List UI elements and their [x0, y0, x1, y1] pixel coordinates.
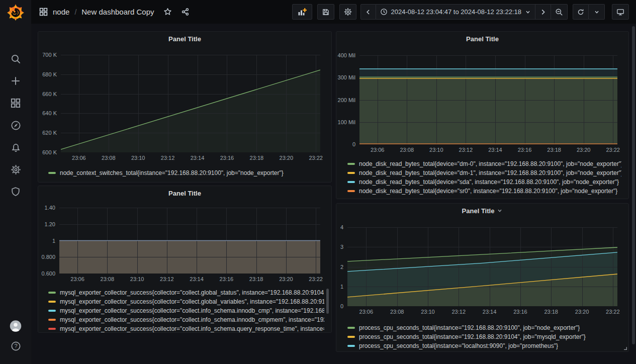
x-tick-label: 23:20 [573, 147, 595, 153]
refresh-icon [577, 8, 584, 16]
alerting-button[interactable] [10, 141, 22, 153]
chevron-right-icon [539, 9, 547, 16]
legend-series-name: process_cpu_seconds_total{instance="192.… [359, 333, 586, 340]
y-tick-label: 0 [336, 141, 355, 148]
dashboard-canvas: Panel Title 600 K620 K640 K660 K680 K700… [31, 24, 636, 364]
explore-button[interactable] [10, 119, 22, 131]
user-avatar-icon [10, 319, 22, 333]
legend-series-color [48, 319, 56, 321]
legend-series-color [347, 327, 355, 329]
search-button[interactable] [10, 53, 22, 65]
x-tick-label: 23:18 [543, 147, 565, 153]
time-series-plot[interactable] [359, 55, 617, 144]
y-tick-label: 0 [336, 303, 343, 310]
dashboard-settings-button[interactable] [339, 4, 356, 20]
legend-item[interactable]: mysql_exporter_collector_success{collect… [48, 324, 324, 332]
chart-legend: node_disk_read_bytes_total{device="dm-0"… [347, 159, 621, 197]
search-icon [11, 54, 21, 64]
x-tick-label: 23:20 [275, 276, 297, 282]
time-series-plot[interactable] [59, 208, 320, 274]
refresh-interval-dropdown[interactable] [589, 4, 605, 20]
legend-item[interactable]: node_disk_read_bytes_total{device="dm-0"… [347, 159, 621, 168]
y-tick-label: 200 Mil [336, 97, 355, 104]
breadcrumb-folder[interactable]: node [53, 8, 69, 16]
breadcrumb-separator: / [74, 8, 76, 16]
refresh-button[interactable] [573, 4, 589, 20]
panel-title[interactable]: Panel Title [38, 186, 331, 200]
legend-series-color [347, 181, 355, 183]
panel-title[interactable]: Panel Title [38, 32, 331, 46]
y-tick-label: 1.20 [38, 221, 55, 228]
share-icon[interactable] [181, 8, 190, 16]
y-tick-label: 700 K [38, 51, 57, 58]
caret-down-icon [594, 9, 600, 15]
time-range-picker[interactable]: 2024-08-12 23:04:47 to 2024-08-12 23:22:… [376, 4, 536, 20]
save-dashboard-button[interactable] [317, 4, 334, 20]
dashboard-title[interactable]: New dashboard Copy [81, 8, 154, 16]
panel-title-text: Panel Title [168, 190, 201, 197]
legend-series-name: mysql_exporter_collector_success{collect… [60, 325, 324, 332]
legend-item[interactable]: process_cpu_seconds_total{instance="192.… [347, 332, 621, 341]
legend-item[interactable]: node_disk_read_bytes_total{device="dm-1"… [347, 168, 621, 177]
legend-item[interactable]: mysql_exporter_collector_success{collect… [48, 288, 324, 297]
configuration-button[interactable] [10, 163, 22, 175]
add-panel-button[interactable] [292, 4, 312, 20]
legend-series-name: node_disk_read_bytes_total{device="dm-1"… [359, 169, 621, 176]
legend-series-color [48, 328, 56, 330]
x-tick-label: 23:12 [455, 147, 477, 153]
legend-item[interactable]: process_cpu_seconds_total{instance="192.… [347, 323, 621, 332]
panel-title[interactable]: Panel Title [336, 204, 628, 218]
plot-svg [359, 55, 617, 144]
x-tick-label: 23:08 [96, 276, 118, 282]
legend-series-color [347, 345, 355, 347]
star-icon[interactable] [163, 8, 172, 16]
chart-legend: node_context_switches_total{instance="19… [48, 168, 324, 178]
panel-title[interactable]: Panel Title [336, 32, 628, 46]
legend-item[interactable]: node_disk_read_bytes_total{device="sda",… [347, 177, 621, 187]
y-tick-label: 1.40 [38, 204, 55, 211]
grafana-logo[interactable] [0, 0, 31, 24]
cycle-view-mode-button[interactable] [612, 4, 629, 20]
x-tick-label: 23:16 [509, 309, 531, 315]
x-tick-label: 23:08 [98, 155, 120, 161]
floppy-save-icon [322, 8, 330, 16]
graph-panel-disk-read-bytes: Panel Title 0100 Mil200 Mil300 Mil400 Mi… [336, 31, 629, 199]
x-tick-label: 23:14 [187, 155, 209, 161]
y-tick-label: 0.800 [38, 253, 55, 260]
x-tick-label: 23:10 [417, 309, 439, 315]
x-tick-label: 23:10 [127, 155, 149, 161]
legend-series-color [347, 163, 355, 165]
create-button[interactable] [10, 75, 22, 87]
user-avatar-button[interactable] [10, 320, 22, 332]
x-tick-label: 23:22 [305, 276, 327, 282]
legend-item[interactable]: process_cpu_seconds_total{instance="loca… [347, 341, 621, 350]
apps-grid-icon[interactable] [39, 8, 48, 16]
legend-scrollbar[interactable] [326, 289, 329, 314]
page-scrollbar[interactable] [632, 26, 635, 344]
legend-series-color [347, 190, 355, 192]
graph-bars-plus-icon [298, 8, 307, 16]
x-tick-label: 23:06 [367, 147, 389, 153]
shield-icon [11, 187, 21, 197]
time-shift-back-button[interactable] [360, 4, 376, 20]
zoom-out-time-button[interactable] [551, 4, 568, 20]
x-tick-label: 23:22 [305, 155, 327, 161]
x-tick-label: 23:14 [484, 147, 506, 153]
panel-title-text: Panel Title [168, 35, 201, 43]
legend-item[interactable]: mysql_exporter_collector_success{collect… [48, 306, 324, 315]
time-series-plot[interactable] [61, 55, 320, 152]
legend-item[interactable]: node_context_switches_total{instance="19… [48, 168, 324, 177]
legend-series-name: node_disk_read_bytes_total{device="sda",… [359, 178, 619, 186]
legend-item[interactable]: mysql_exporter_collector_success{collect… [48, 315, 324, 324]
x-tick-label: 23:12 [447, 309, 470, 315]
help-button[interactable]: ? [10, 340, 22, 352]
time-series-plot[interactable] [347, 227, 617, 306]
legend-item[interactable]: mysql_exporter_collector_success{collect… [48, 297, 324, 306]
time-shift-forward-button[interactable] [535, 4, 551, 20]
x-tick-label: 23:18 [245, 155, 267, 161]
panel-resize-handle[interactable] [621, 344, 627, 350]
legend-item[interactable]: node_disk_read_bytes_total{device="sr0",… [347, 187, 621, 196]
dashboards-button[interactable] [10, 97, 22, 109]
x-tick-label: 23:20 [275, 155, 297, 161]
server-admin-button[interactable] [10, 186, 22, 198]
